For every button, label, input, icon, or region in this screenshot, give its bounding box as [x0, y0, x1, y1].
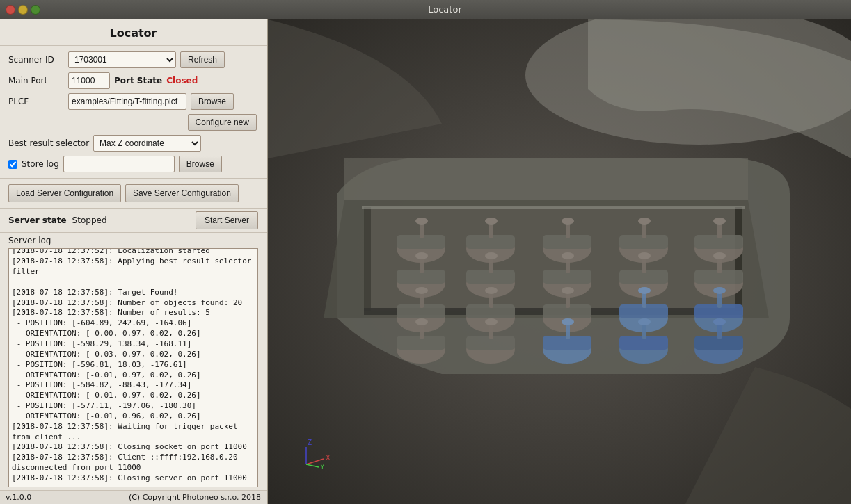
- main-port-row: Main Port Port State Closed: [8, 72, 258, 89]
- svg-text:X: X: [326, 454, 331, 462]
- server-log-label: Server log: [8, 236, 258, 245]
- main-port-input[interactable]: [68, 72, 110, 89]
- server-state-row: Server state Stopped Start Server: [0, 209, 267, 233]
- svg-point-24: [713, 218, 726, 225]
- svg-point-76: [562, 318, 574, 325]
- window-controls: [6, 5, 40, 15]
- load-config-button[interactable]: Load Server Configuration: [8, 184, 121, 202]
- server-state-label: Server state: [8, 216, 67, 225]
- svg-text:Y: Y: [320, 463, 325, 471]
- browse-plcf-button[interactable]: Browse: [191, 93, 234, 110]
- svg-point-60: [638, 287, 651, 294]
- svg-point-56: [562, 287, 574, 294]
- maximize-button[interactable]: [31, 5, 40, 15]
- configure-new-button[interactable]: Configure new: [188, 114, 257, 131]
- configure-new-row: Configure new: [8, 114, 258, 131]
- left-panel: Locator Scanner ID 1703001 Refresh Main …: [0, 19, 268, 504]
- svg-point-8: [415, 218, 428, 225]
- scanner-row: Scanner ID 1703001 Refresh: [8, 51, 258, 68]
- svg-rect-3: [735, 207, 742, 311]
- store-log-checkbox[interactable]: [8, 160, 17, 169]
- svg-point-20: [638, 218, 651, 225]
- best-result-label: Best result selector: [8, 138, 89, 148]
- point-cloud-view: X Y Z: [268, 19, 851, 504]
- svg-point-64: [713, 287, 726, 294]
- title-bar: Locator: [0, 0, 851, 19]
- port-state-value: Closed: [166, 76, 198, 86]
- refresh-button[interactable]: Refresh: [180, 51, 225, 68]
- svg-text:Z: Z: [308, 439, 312, 446]
- panel-header: Locator: [0, 19, 267, 46]
- window-title: Locator: [45, 4, 845, 15]
- svg-point-84: [713, 318, 726, 325]
- svg-point-80: [638, 318, 651, 325]
- footer-bar: v.1.0.0 (C) Copyright Photoneo s.r.o. 20…: [0, 490, 267, 504]
- svg-point-28: [415, 252, 428, 259]
- svg-point-72: [485, 318, 498, 325]
- svg-point-40: [638, 252, 651, 259]
- plcf-label: PLCF: [8, 97, 64, 106]
- svg-point-36: [562, 252, 574, 259]
- svg-point-32: [485, 252, 498, 259]
- svg-point-68: [415, 318, 428, 325]
- port-state-label: Port State: [114, 76, 162, 86]
- server-log-section: Server log: [0, 233, 267, 490]
- best-result-select[interactable]: Max Z coordinate Min Z coordinate Max X …: [93, 135, 201, 152]
- config-buttons-row: Load Server Configuration Save Server Co…: [0, 179, 267, 209]
- scanner-id-label: Scanner ID: [8, 55, 64, 65]
- scanner-id-select[interactable]: 1703001: [68, 51, 176, 68]
- log-scroll-container: [8, 248, 258, 487]
- store-log-input[interactable]: [63, 156, 175, 172]
- plcf-row: PLCF Browse: [8, 93, 258, 110]
- svg-point-52: [485, 287, 498, 294]
- plcf-input[interactable]: [68, 93, 186, 110]
- version-label: v.1.0.0: [6, 493, 31, 502]
- svg-point-16: [562, 218, 574, 225]
- svg-point-44: [713, 252, 726, 259]
- best-result-row: Best result selector Max Z coordinate Mi…: [8, 135, 258, 152]
- copyright-label: (C) Copyright Photoneo s.r.o. 2018: [129, 493, 261, 502]
- scanner-section: Scanner ID 1703001 Refresh Main Port Por…: [0, 46, 267, 179]
- minimize-button[interactable]: [18, 5, 28, 15]
- browse-log-button[interactable]: Browse: [179, 156, 222, 172]
- main-port-label: Main Port: [8, 76, 64, 86]
- server-log-textarea[interactable]: [8, 248, 258, 487]
- store-log-label: Store log: [22, 159, 59, 169]
- start-server-button[interactable]: Start Server: [196, 211, 258, 229]
- close-button[interactable]: [6, 5, 15, 15]
- save-config-button[interactable]: Save Server Configuration: [125, 184, 239, 202]
- svg-rect-2: [364, 207, 371, 311]
- server-state-value: Stopped: [72, 216, 107, 225]
- store-log-row: Store log Browse: [8, 156, 258, 172]
- main-container: Locator Scanner ID 1703001 Refresh Main …: [0, 19, 851, 504]
- right-panel: X Y Z: [268, 19, 851, 504]
- point-cloud-svg: X Y Z: [268, 19, 851, 504]
- svg-point-48: [415, 287, 428, 294]
- svg-point-12: [485, 218, 498, 225]
